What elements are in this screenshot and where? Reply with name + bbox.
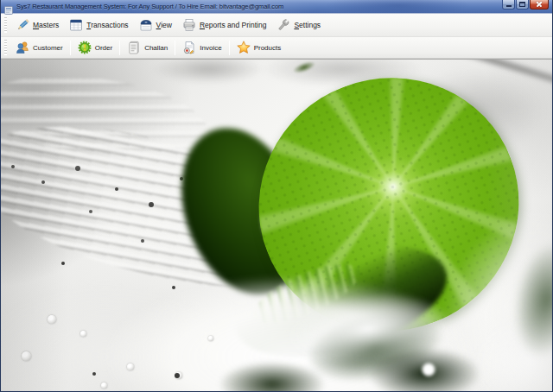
table-ledger-icon bbox=[69, 18, 83, 32]
green-badge-icon bbox=[78, 41, 92, 54]
close-button[interactable] bbox=[530, 0, 549, 9]
app-icon bbox=[4, 3, 13, 11]
menu-bar: Masters Transactions bbox=[1, 13, 552, 37]
toolbar-separator bbox=[175, 41, 175, 55]
bubble bbox=[208, 336, 213, 341]
toolbar-button-label: Products bbox=[254, 44, 282, 52]
card-drawer-icon bbox=[139, 18, 153, 32]
toolbar-button-label: Customer bbox=[33, 44, 63, 52]
menu-item-settings[interactable]: Settings bbox=[271, 16, 326, 35]
dark-specks bbox=[61, 262, 65, 265]
bubble bbox=[48, 315, 56, 324]
toolstrip-grip[interactable] bbox=[4, 40, 7, 55]
minimize-button[interactable] bbox=[502, 0, 515, 9]
window-controls bbox=[502, 0, 549, 9]
menu-item-masters[interactable]: Masters bbox=[10, 16, 64, 35]
toolstrip-grip[interactable] bbox=[4, 17, 7, 33]
menu-item-label: Settings bbox=[294, 21, 321, 29]
bubble bbox=[127, 364, 134, 370]
toolbar-separator bbox=[229, 41, 230, 55]
menu-item-view[interactable]: View bbox=[134, 16, 177, 35]
people-icon bbox=[16, 41, 29, 54]
bubble bbox=[80, 331, 86, 337]
toolbar: Customer Order bbox=[1, 37, 552, 59]
challan-button[interactable]: Challan bbox=[122, 39, 173, 56]
star-icon bbox=[237, 41, 251, 54]
maximize-button[interactable] bbox=[516, 0, 529, 9]
minimize-icon bbox=[506, 5, 512, 7]
bubble bbox=[101, 383, 107, 389]
invoice-seal-icon bbox=[182, 41, 196, 54]
customer-button[interactable]: Customer bbox=[10, 39, 68, 56]
window-title: Sys7 Restaurant Management System: For A… bbox=[16, 3, 283, 10]
order-button[interactable]: Order bbox=[73, 39, 118, 56]
toolbar-separator bbox=[119, 41, 120, 55]
close-icon bbox=[536, 1, 543, 8]
water-droplet-specks bbox=[11, 165, 15, 168]
client-area-lime-photo bbox=[1, 59, 552, 391]
menu-item-label: Transactions bbox=[86, 21, 128, 29]
toolbar-separator bbox=[70, 41, 71, 55]
bubble bbox=[175, 372, 182, 379]
wrench-icon bbox=[276, 18, 290, 32]
pencil-icon bbox=[16, 18, 29, 32]
toolbar-button-label: Order bbox=[95, 44, 112, 52]
title-bar[interactable]: Sys7 Restaurant Management System: For A… bbox=[1, 0, 552, 13]
menu-item-label: Masters bbox=[33, 21, 59, 29]
document-lines-icon bbox=[127, 41, 141, 54]
toolbar-button-label: Invoice bbox=[200, 44, 221, 52]
menu-item-label: View bbox=[156, 21, 172, 29]
menu-item-transactions[interactable]: Transactions bbox=[64, 16, 133, 35]
menu-item-label: Reports and Printing bbox=[200, 21, 267, 29]
app-window: Sys7 Restaurant Management System: For A… bbox=[0, 0, 553, 392]
printer-icon bbox=[182, 18, 196, 32]
light-glint bbox=[421, 362, 436, 377]
menu-item-reports-and-printing[interactable]: Reports and Printing bbox=[177, 16, 272, 35]
toolbar-button-label: Challan bbox=[144, 44, 168, 52]
invoice-button[interactable]: Invoice bbox=[177, 39, 226, 56]
products-button[interactable]: Products bbox=[232, 39, 287, 56]
maximize-icon bbox=[519, 2, 525, 7]
bubble bbox=[22, 351, 31, 361]
